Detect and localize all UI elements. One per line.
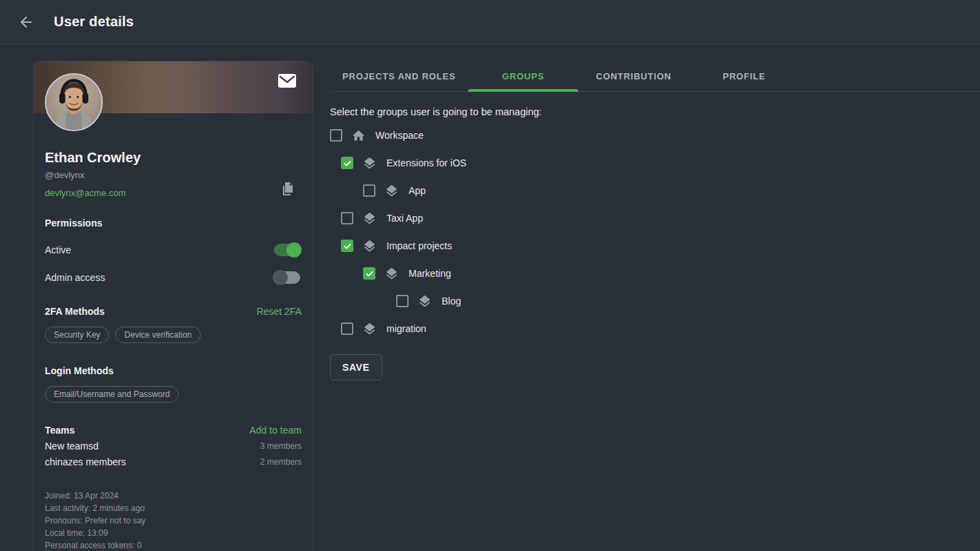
copy-icon — [280, 180, 296, 198]
tree-row-marketing: Marketing — [363, 260, 980, 287]
tree-row-app: App — [363, 177, 980, 204]
meta-last-activity: Last activity: 2 minutes ago — [45, 502, 302, 514]
layers-icon — [384, 267, 399, 281]
user-meta: Joined: 13 Apr 2024 Last activity: 2 min… — [45, 490, 302, 551]
team-members-count: 3 members — [260, 441, 302, 451]
meta-local-time: Local time: 13:09 — [45, 527, 302, 539]
tab-projects-and-roles[interactable]: PROJECTS AND ROLES — [330, 61, 468, 92]
layers-icon — [384, 184, 399, 198]
tree-row-taxi-app: Taxi App — [341, 204, 980, 232]
toggle-label-admin-access: Admin access — [45, 272, 105, 283]
home-icon — [351, 128, 366, 143]
meta-access-tokens: Personal access tokens: 0 — [45, 539, 302, 551]
tree-label: migration — [386, 323, 427, 334]
tree-label: Extensions for iOS — [386, 157, 467, 168]
page-title: User details — [54, 14, 134, 30]
copy-email-button[interactable] — [280, 180, 296, 198]
groups-tree: Workspace Extensions for iOS App — [330, 122, 980, 342]
top-bar: User details — [0, 0, 980, 44]
team-row: chinazes members 2 members — [45, 456, 302, 467]
meta-pronouns: Pronouns: Prefer not to say — [45, 514, 302, 527]
back-button[interactable] — [17, 12, 36, 32]
save-button[interactable]: SAVE — [330, 354, 382, 380]
tree-label: Marketing — [409, 268, 451, 279]
layers-icon — [362, 156, 377, 171]
send-email-button[interactable] — [278, 74, 296, 88]
meta-joined: Joined: 13 Apr 2024 — [45, 490, 302, 502]
team-row: New teamsd 3 members — [45, 441, 302, 452]
arrow-left-icon — [18, 14, 35, 30]
twofa-method-chip: Device verification — [115, 327, 200, 343]
layers-icon — [362, 211, 377, 226]
tree-label: Blog — [442, 296, 461, 307]
team-members-count: 2 members — [260, 457, 302, 467]
add-to-team-link[interactable]: Add to team — [250, 425, 302, 436]
team-name: chinazes members — [45, 456, 126, 467]
twofa-method-chip: Security Key — [45, 327, 109, 343]
checkbox-blog[interactable] — [396, 295, 409, 307]
tree-label: App — [409, 185, 426, 196]
teams-title: Teams — [45, 425, 75, 436]
checkbox-impact-projects[interactable] — [341, 240, 353, 252]
toggle-knob — [286, 242, 302, 258]
permissions-title: Permissions — [45, 218, 302, 229]
avatar — [45, 73, 103, 131]
tree-row-blog: Blog — [396, 287, 980, 315]
layers-icon — [362, 239, 377, 253]
team-name: New teamsd — [45, 441, 99, 452]
tree-label: Workspace — [375, 130, 424, 141]
login-method-chip: Email/Username and Password — [45, 386, 179, 403]
checkbox-extensions-for-ios[interactable] — [341, 157, 353, 169]
tab-profile[interactable]: PROFILE — [689, 61, 799, 92]
toggle-label-active: Active — [45, 244, 71, 255]
toggle-knob — [273, 270, 288, 285]
login-methods-title: Login Methods — [45, 365, 302, 376]
checkbox-migration[interactable] — [341, 322, 353, 335]
tab-bar: PROJECTS AND ROLES GROUPS CONTRIBUTION P… — [330, 61, 980, 92]
profile-card: Ethan Crowley @devlynx devlynx@acme.com … — [33, 61, 313, 551]
user-email-link[interactable]: devlynx@acme.com — [45, 188, 126, 198]
tab-groups[interactable]: GROUPS — [468, 61, 578, 92]
tree-label: Impact projects — [386, 240, 452, 251]
active-toggle[interactable] — [274, 244, 300, 256]
user-handle: @devlynx — [45, 170, 302, 180]
admin-access-toggle[interactable] — [274, 271, 300, 284]
checkbox-taxi-app[interactable] — [341, 212, 353, 224]
permission-row-admin: Admin access — [45, 271, 302, 284]
permission-row-active: Active — [45, 244, 302, 256]
envelope-icon — [278, 74, 296, 88]
tree-row-workspace: Workspace — [330, 122, 980, 149]
checkbox-marketing[interactable] — [363, 267, 375, 280]
tree-row-migration: migration — [341, 315, 980, 342]
tab-contribution[interactable]: CONTRIBUTION — [578, 61, 689, 92]
checkbox-workspace[interactable] — [330, 129, 342, 142]
groups-instruction: Select the groups user is going to be ma… — [330, 106, 980, 117]
twofa-title: 2FA Methods — [45, 306, 105, 317]
tree-row-impact-projects: Impact projects — [341, 232, 980, 260]
tree-label: Taxi App — [386, 213, 423, 224]
layers-icon — [362, 322, 377, 336]
user-name: Ethan Crowley — [45, 150, 302, 166]
reset-2fa-link[interactable]: Reset 2FA — [257, 306, 302, 317]
tree-row-extensions-for-ios: Extensions for iOS — [341, 149, 980, 177]
main-panel: PROJECTS AND ROLES GROUPS CONTRIBUTION P… — [330, 61, 980, 380]
checkbox-app[interactable] — [363, 184, 375, 197]
layers-icon — [418, 294, 432, 309]
